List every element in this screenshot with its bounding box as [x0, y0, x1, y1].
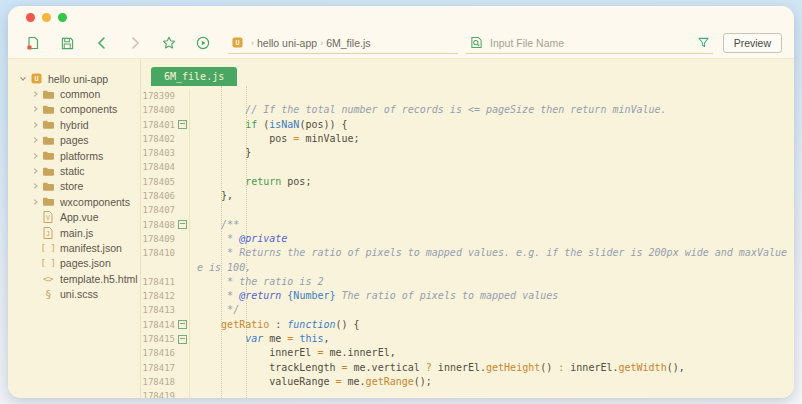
- line-number: 178417: [141, 361, 175, 375]
- chevron-down-icon[interactable]: [18, 75, 28, 82]
- chevron-right-icon[interactable]: [30, 198, 40, 206]
- zoom-button[interactable]: [58, 13, 67, 22]
- code-line[interactable]: 178419: [141, 389, 794, 398]
- breadcrumb-item[interactable]: hello uni-app: [257, 37, 317, 49]
- code-text: */: [189, 303, 794, 317]
- minimize-button[interactable]: [42, 13, 51, 22]
- fold-gutter: [175, 289, 189, 303]
- tree-item-platforms[interactable]: platforms: [8, 148, 140, 163]
- tree-item-label: uni.scss: [56, 288, 98, 300]
- tree-item-pages-json[interactable]: [ ]pages.json: [8, 256, 140, 271]
- code-text: [189, 89, 794, 103]
- tree-item-hybrid[interactable]: hybrid: [8, 117, 140, 132]
- chevron-right-icon[interactable]: [30, 90, 40, 98]
- code-line[interactable]: e is 100,: [141, 261, 794, 275]
- tree-item-label: manifest.json: [56, 242, 122, 254]
- breadcrumb[interactable]: U ›hello uni-app›6M_file.js: [228, 33, 458, 54]
- tree-item-main-js[interactable]: Jmain.js: [8, 225, 140, 240]
- tree-item-label: hybrid: [56, 119, 89, 131]
- breadcrumb-item[interactable]: 6M_file.js: [326, 37, 370, 49]
- code-text: trackLength = me.vertical ? innerEl.getH…: [189, 361, 794, 375]
- chevron-right-icon[interactable]: [30, 152, 40, 160]
- code-line[interactable]: 178413 */: [141, 303, 794, 317]
- run-icon[interactable]: [190, 33, 216, 53]
- tree-item-wxcomponents[interactable]: wxcomponents: [8, 194, 140, 209]
- breadcrumb-separator: ›: [248, 38, 257, 48]
- fold-collapse-icon[interactable]: [175, 318, 189, 332]
- tree-item-label: components: [56, 103, 117, 115]
- code-line[interactable]: 178402 pos = minValue;: [141, 132, 794, 146]
- code-line[interactable]: 178406 },: [141, 189, 794, 203]
- code-line[interactable]: 178405 return pos;: [141, 175, 794, 189]
- fold-collapse-icon[interactable]: [175, 118, 189, 132]
- fold-gutter: [175, 389, 189, 398]
- chevron-right-icon[interactable]: [30, 136, 40, 144]
- tree-item-common[interactable]: common: [8, 86, 140, 101]
- main-content: Uhello uni-appcommoncomponentshybridpage…: [8, 59, 794, 398]
- tree-item-manifest-json[interactable]: [ ]manifest.json: [8, 240, 140, 255]
- app-window: U ›hello uni-app›6M_file.js Preview Uhel…: [8, 6, 794, 398]
- close-button[interactable]: [26, 13, 35, 22]
- fold-gutter: [175, 261, 189, 275]
- fold-collapse-icon[interactable]: [175, 332, 189, 346]
- filter-funnel-icon[interactable]: [698, 37, 709, 48]
- code-line[interactable]: 178399: [141, 89, 794, 103]
- code-line[interactable]: 178400 // If the total number of records…: [141, 103, 794, 117]
- code-line[interactable]: 178415 var me = this,: [141, 332, 794, 346]
- line-number: 178408: [141, 218, 175, 232]
- code-text: [189, 389, 794, 398]
- js-file-icon: J: [40, 227, 56, 239]
- new-file-icon[interactable]: [20, 33, 46, 53]
- chevron-right-icon[interactable]: [30, 167, 40, 175]
- tree-item-hello-uni-app[interactable]: Uhello uni-app: [8, 71, 140, 86]
- code-line[interactable]: 178417 trackLength = me.vertical ? inner…: [141, 361, 794, 375]
- tree-item-static[interactable]: static: [8, 163, 140, 178]
- tree-item-components[interactable]: components: [8, 102, 140, 117]
- tree-item-uni-scss[interactable]: §uni.scss: [8, 286, 140, 301]
- html-file-icon: <>: [40, 274, 56, 284]
- code-line[interactable]: 178409 * @private: [141, 232, 794, 246]
- search-input[interactable]: [488, 36, 693, 50]
- tree-item-label: App.vue: [56, 211, 99, 223]
- forward-icon[interactable]: [122, 33, 148, 53]
- star-icon[interactable]: [156, 33, 182, 53]
- tree-item-label: store: [56, 180, 83, 192]
- back-icon[interactable]: [88, 33, 114, 53]
- fold-gutter: [175, 132, 189, 146]
- code-line[interactable]: 178418 valueRange = me.getRange();: [141, 375, 794, 389]
- chevron-right-icon[interactable]: [30, 121, 40, 129]
- folder-icon: [40, 150, 56, 161]
- toolbar: U ›hello uni-app›6M_file.js Preview: [8, 28, 794, 59]
- code-line[interactable]: 178414 getRatio : function() {: [141, 318, 794, 332]
- code-area[interactable]: 178399178400 // If the total number of r…: [141, 86, 794, 398]
- code-line[interactable]: 178404: [141, 160, 794, 174]
- code-line[interactable]: 178412 * @return {Number} The ratio of p…: [141, 289, 794, 303]
- breadcrumb-separator: ›: [317, 38, 326, 48]
- tree-item-app-vue[interactable]: VApp.vue: [8, 210, 140, 225]
- line-number: 178416: [141, 346, 175, 360]
- tree-item-pages[interactable]: pages: [8, 133, 140, 148]
- line-number: 178414: [141, 318, 175, 332]
- code-line[interactable]: 178416 innerEl = me.innerEl,: [141, 346, 794, 360]
- code-line[interactable]: 178407: [141, 203, 794, 217]
- code-line[interactable]: 178410 * Returns the ratio of pixels to …: [141, 246, 794, 260]
- tree-item-store[interactable]: store: [8, 179, 140, 194]
- code-line[interactable]: 178401 if (isNaN(pos)) {: [141, 118, 794, 132]
- tab-6m-file[interactable]: 6M_file.js: [151, 67, 237, 86]
- code-text: },: [189, 189, 794, 203]
- code-line[interactable]: 178403 }: [141, 146, 794, 160]
- code-line[interactable]: 178411 * the ratio is 2: [141, 275, 794, 289]
- chevron-right-icon[interactable]: [30, 182, 40, 190]
- preview-button[interactable]: Preview: [723, 33, 782, 53]
- line-number: 178400: [141, 103, 175, 117]
- folder-icon: [40, 104, 56, 115]
- traffic-lights: [26, 13, 67, 22]
- fold-collapse-icon[interactable]: [175, 218, 189, 232]
- save-icon[interactable]: [54, 33, 80, 53]
- tree-item-template-h5-html[interactable]: <>template.h5.html: [8, 271, 140, 286]
- fold-gutter: [175, 160, 189, 174]
- uniapp-logo-icon: U: [232, 37, 243, 48]
- chevron-right-icon[interactable]: [30, 105, 40, 113]
- code-line[interactable]: 178408 /**: [141, 218, 794, 232]
- tree-item-label: common: [56, 88, 100, 100]
